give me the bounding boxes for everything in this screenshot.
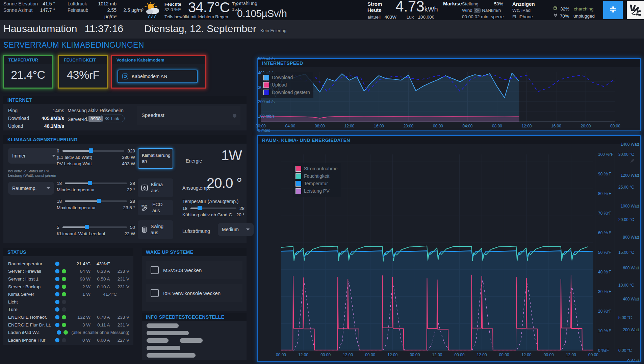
radiation-value: 0.105µSv/h (237, 8, 287, 19)
markise-wind-label: Wind (462, 7, 472, 14)
slider-handle[interactable] (85, 225, 89, 229)
wake-iob-checkbox[interactable] (151, 289, 159, 297)
axis-tick-label: 20:00 (581, 124, 591, 128)
axis-tick-label: 00:00 (433, 124, 443, 128)
axis-tick-label: 20.00 °C (618, 217, 634, 222)
legend-item[interactable]: Stromaufnahme (295, 165, 338, 172)
max-temp-slider[interactable] (65, 200, 127, 202)
clock: 11:37:16 (84, 23, 123, 34)
title-bar: Hausautomation 11:37:16 Dienstag, 12. Se… (0, 20, 644, 39)
section-title: SERVERRAUM KLIMABEDINGUNGEN (3, 41, 144, 50)
x-axis-labels: 00:0012:0000:0012:0000:0012:0000:0012:00… (281, 353, 593, 357)
speedtest-info-panel: INFO SPEEDTESTGEGENSTELLE (142, 313, 247, 360)
internetspeed-chart[interactable]: DownloadUploadDownload gestern (261, 72, 615, 122)
display-device-2: Fl. iPhone (512, 14, 535, 20)
mode-select[interactable]: Immer (8, 148, 59, 164)
status-dot-blue[interactable] (55, 277, 59, 281)
status-dot-green (62, 292, 66, 296)
status-dot-blue[interactable] (57, 330, 61, 335)
dust-label: Feinstaub (68, 7, 95, 14)
axis-tick-label: 12:00 (343, 353, 353, 357)
status-dot-blue[interactable] (55, 285, 59, 289)
status-dot-off (62, 300, 66, 304)
min-temp-slider[interactable] (65, 183, 127, 184)
status-dot-blue[interactable] (55, 262, 59, 266)
status-dot-blue[interactable] (55, 338, 59, 342)
legend-item[interactable]: Feuchtigkeit (295, 172, 338, 180)
eco-toggle-button[interactable]: ECO ECO aus (138, 200, 173, 215)
axis-tick-label: 0.00 °C (618, 348, 632, 353)
kabelmodem-toggle-button[interactable]: Kabelmodem AN (118, 70, 198, 83)
markise-label: Markise (443, 1, 462, 6)
energy-current-value: 403W (385, 15, 396, 20)
status-row-name: ENERGIE Flur Dr. Lt. (8, 322, 55, 327)
status-dot-blue[interactable] (55, 269, 59, 273)
status-dot-blue[interactable] (55, 300, 59, 304)
axis-tick-label: 12:00 (477, 353, 487, 357)
status-row-name: Laden iPhone Flur (8, 338, 55, 343)
charging-station-icon (553, 5, 558, 13)
status-value: 43%rF (91, 261, 110, 266)
status-row-name: Raumtemperatur (8, 261, 55, 266)
status-dot-blue[interactable] (55, 307, 59, 312)
wake-iob-row[interactable]: IoB Verw.konsole wecken (146, 284, 242, 302)
fan-menu-button[interactable] (627, 1, 644, 19)
axis-tick-label: 500 mb/s (258, 56, 275, 61)
wake-msvs03-row[interactable]: MSVS03 wecken (146, 261, 242, 279)
status-row-name: ENERGIE Homeof. (8, 315, 55, 320)
link-button-label: Link (111, 116, 119, 121)
x-axis-labels: 00:0004:0008:0012:0016:0020:0000:0004:00… (261, 124, 615, 128)
speedtest-button[interactable]: Speedtest (137, 106, 240, 125)
slider-max: 28 (130, 199, 135, 204)
status-dot-off (62, 307, 66, 312)
status-row: Laden iPad WZ(alter Schalter ohne Messun… (3, 329, 133, 336)
legend-label: Temperatur (304, 181, 328, 186)
link-icon (105, 116, 109, 121)
legend-item[interactable]: Download gestern (263, 89, 310, 96)
outdoor-temperature: 34.7°C (188, 0, 230, 16)
status-dot-blue[interactable] (55, 292, 59, 296)
raumklima-chart[interactable]: StromaufnahmeFeuchtigkeitTemperaturLeist… (281, 154, 593, 350)
room-sensor-select[interactable]: Raumtemp. (8, 182, 54, 195)
status-value: 233 V (110, 315, 130, 320)
slider-handle[interactable] (88, 181, 92, 185)
fullscreen-toggle-button[interactable] (603, 1, 623, 19)
weather-condition: Teils bewölkt mit leichtem Regen (164, 14, 228, 19)
legend-label: Stromaufnahme (304, 166, 338, 171)
slider-handle[interactable] (97, 199, 101, 203)
redacted-text-bar (147, 338, 169, 343)
legend-item[interactable]: Temperatur (295, 180, 338, 187)
holiday-note: Kein Feiertag (260, 28, 286, 33)
legend-item[interactable]: Download (263, 74, 310, 81)
status-value: 0.50 A (91, 276, 110, 282)
eco-button-label: ECO aus (152, 202, 170, 214)
legend-swatch (295, 173, 301, 179)
slider-value: 23.5 ° (123, 204, 135, 211)
slider-label: KLimaanl. Watt Leerlauf (57, 230, 105, 237)
pv-watt-slider[interactable] (62, 150, 125, 152)
axis-tick-label: 12:00 (298, 353, 308, 357)
klimatisierung-toggle-button[interactable]: Klimatisierung an (138, 148, 173, 169)
airflow-select[interactable]: Medium (218, 223, 254, 236)
slider-min: 5 (57, 225, 59, 230)
axis-tick-label: 100 %rF (598, 152, 613, 157)
klima-button-line2: aus (151, 188, 159, 193)
airflow-label: Luftströmung (182, 228, 210, 234)
battery-1-state: charching (574, 5, 594, 13)
legend-item[interactable]: Leistung PV (295, 187, 338, 195)
klima-toggle-button[interactable]: Klimaaus (138, 178, 173, 197)
link-button[interactable]: Link (100, 115, 125, 122)
idle-watt-slider[interactable] (62, 226, 127, 228)
axis-tick-label: 25.00 °C (618, 185, 634, 190)
battery-block: 32% charching 70% unplugged (553, 5, 595, 20)
cool-grad-slider[interactable] (190, 208, 236, 209)
swing-toggle-button[interactable]: Swingaus (138, 220, 173, 239)
wake-msvs03-checkbox[interactable] (151, 266, 159, 274)
legend-item[interactable]: Upload (263, 81, 310, 89)
edit-pencil-icon[interactable] (629, 158, 635, 165)
slider-handle[interactable] (198, 206, 202, 210)
slider-handle[interactable] (89, 148, 93, 153)
slider-label: Kühlung aktiv ab Grad C. (182, 212, 233, 218)
status-dot-blue[interactable] (55, 323, 59, 327)
status-dot-blue[interactable] (55, 315, 59, 319)
